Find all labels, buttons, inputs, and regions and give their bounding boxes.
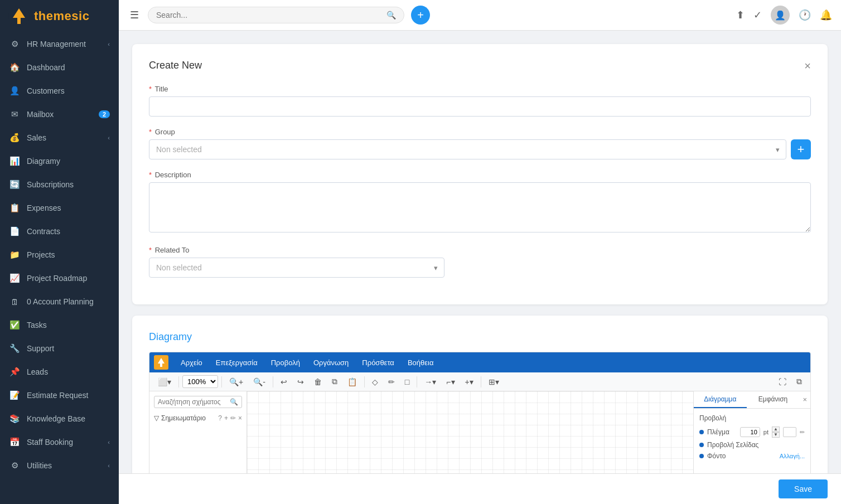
tab-appearance[interactable]: Εμφάνιση [747, 391, 800, 408]
grid-value-input[interactable] [740, 427, 760, 437]
copy-btn[interactable]: ⧉ [328, 375, 341, 389]
table-btn[interactable]: ⊞▾ [485, 375, 503, 389]
save-button[interactable]: Save [779, 479, 828, 498]
zoom-select[interactable]: 100% 50% 75% 125% 150% [182, 375, 218, 388]
menu-extras[interactable]: Πρόσθετα [356, 356, 400, 369]
sidebar-item-subscriptions[interactable]: 🔄Subscriptions [0, 173, 119, 196]
user-avatar[interactable]: 👤 [771, 6, 790, 25]
paste-btn[interactable]: 📋 [344, 375, 361, 389]
notes-close-icon[interactable]: × [238, 414, 242, 422]
search-input[interactable] [156, 11, 382, 20]
sidebar-item-diagramy[interactable]: 📊Diagramy [0, 149, 119, 173]
undo-btn[interactable]: ↩ [277, 375, 291, 389]
sidebar-icon-project-roadmap: 📈 [9, 273, 20, 284]
sidebar-item-account-planning[interactable]: 🗓0 Account Planning [0, 290, 119, 313]
toolbar-select-btn[interactable]: ⬜▾ [154, 375, 175, 389]
sidebar-item-knowledge-base[interactable]: 📚Knowledge Base [0, 407, 119, 430]
tab-diagram[interactable]: Διάγραμμα [694, 391, 747, 408]
insert-btn[interactable]: +▾ [461, 375, 477, 389]
menu-view[interactable]: Προβολή [265, 356, 306, 369]
diagram-canvas[interactable] [247, 391, 693, 473]
arrow-btn[interactable]: →▾ [420, 375, 440, 389]
delete-btn[interactable]: 🗑 [310, 375, 326, 389]
sidebar-icon-support: 🔧 [9, 343, 20, 354]
grid-edit-icon[interactable]: ✏ [800, 429, 805, 436]
sidebar-item-leads[interactable]: 📌Leads [0, 360, 119, 384]
app-name: themesic [34, 9, 89, 23]
notes-add-icon[interactable]: + [224, 414, 228, 422]
clock-icon[interactable]: 🕐 [799, 9, 811, 21]
diagramy-title: Diagramy [149, 331, 811, 343]
description-field-group: * Description [149, 171, 811, 235]
grid-increment-btn[interactable]: ▲ [772, 427, 780, 432]
right-panel-close[interactable]: × [799, 391, 810, 408]
related-to-select[interactable]: Non selected [149, 258, 444, 278]
sidebar-item-expenses[interactable]: 📋Expenses [0, 196, 119, 220]
toolbar-sep-4 [364, 376, 365, 387]
zoom-out-btn[interactable]: 🔍- [249, 375, 269, 389]
sidebar-icon-estimate-request: 📝 [9, 390, 20, 401]
grid-decrement-btn[interactable]: ▼ [772, 432, 780, 438]
grid-dot [699, 430, 704, 434]
close-button[interactable]: × [804, 60, 811, 71]
sidebar-item-dashboard[interactable]: 🏠Dashboard [0, 56, 119, 79]
create-new-card: Create New × * Title * Group [132, 44, 828, 304]
fill-btn[interactable]: ◇ [368, 375, 382, 389]
share-icon[interactable]: ⬆ [736, 9, 745, 21]
card-header: Create New × [149, 60, 811, 71]
grid-color-swatch[interactable] [783, 427, 796, 437]
bg-change-btn[interactable]: Αλλαγή... [780, 453, 805, 459]
sidebar-item-tasks[interactable]: ✅Tasks [0, 313, 119, 337]
menu-file[interactable]: Αρχείο [175, 356, 208, 369]
group-add-button[interactable]: + [791, 139, 811, 159]
zoom-in-btn[interactable]: 🔍+ [225, 375, 247, 389]
diagram-menubar: Αρχείο Επεξεργασία Προβολή Οργάνωση Πρόσ… [149, 352, 810, 372]
notes-edit-icon[interactable]: ✏ [230, 414, 236, 422]
notes-help-icon[interactable]: ? [218, 414, 222, 422]
diagram-container: Αρχείο Επεξεργασία Προβολή Οργάνωση Πρόσ… [149, 352, 811, 473]
sidebar-label-project-roadmap: Project Roadmap [27, 274, 110, 283]
group-select-wrapper: Non selected ▾ [149, 139, 786, 159]
shape-search-input[interactable] [158, 398, 228, 406]
panel-notes-section[interactable]: ▽ Σημειωματάριο ? + ✏ × [154, 413, 242, 424]
sidebar-icon-subscriptions: 🔄 [9, 179, 20, 190]
sidebar-item-hr-management[interactable]: ⚙HR Management‹ [0, 32, 119, 56]
menu-edit[interactable]: Επεξεργασία [210, 356, 263, 369]
redo-btn[interactable]: ↪ [293, 375, 308, 389]
split-view-btn[interactable]: ⧉ [792, 375, 806, 389]
topbar-actions: ⬆ ✓ 👤 🕐 🔔 [736, 6, 832, 25]
sidebar-item-estimate-request[interactable]: 📝Estimate Request [0, 384, 119, 407]
sidebar-item-project-roadmap[interactable]: 📈Project Roadmap [0, 266, 119, 290]
sidebar-item-staff-booking[interactable]: 📅Staff Booking‹ [0, 430, 119, 454]
title-input[interactable] [149, 96, 811, 117]
group-select[interactable]: Non selected [149, 139, 786, 159]
sidebar-item-projects[interactable]: 📁Projects [0, 243, 119, 266]
sidebar-icon-expenses: 📋 [9, 202, 20, 214]
group-field-group: * Group Non selected ▾ + [149, 128, 811, 159]
sidebar-label-staff-booking: Staff Booking [27, 438, 108, 447]
menu-help[interactable]: Βοήθεια [402, 356, 439, 369]
sidebar-icon-leads: 📌 [9, 366, 20, 377]
fullscreen-btn[interactable]: ⛶ [775, 375, 790, 389]
bg-dot [699, 454, 704, 458]
main-area: ☰ 🔍 + ⬆ ✓ 👤 🕐 🔔 Create New × * Tit [119, 0, 841, 504]
menu-toggle-icon[interactable]: ☰ [128, 7, 141, 23]
shape-btn[interactable]: □ [401, 375, 413, 389]
sidebar-item-mailbox[interactable]: ✉Mailbox2 [0, 103, 119, 126]
sidebar-item-customers[interactable]: 👤Customers [0, 79, 119, 103]
title-field-group: * Title [149, 85, 811, 117]
sidebar-item-sales[interactable]: 💰Sales‹ [0, 126, 119, 149]
stroke-btn[interactable]: ✏ [384, 375, 399, 389]
menu-organize[interactable]: Οργάνωση [308, 356, 354, 369]
global-add-button[interactable]: + [411, 6, 430, 25]
sidebar-item-support[interactable]: 🔧Support [0, 337, 119, 360]
waypoint-btn[interactable]: ⌐▾ [442, 375, 458, 389]
sidebar-nav: ⚙HR Management‹🏠Dashboard👤Customers✉Mail… [0, 32, 119, 477]
check-icon[interactable]: ✓ [753, 9, 762, 21]
notes-chevron-icon: ▽ [154, 414, 159, 422]
sidebar-item-utilities[interactable]: ⚙Utilities‹ [0, 454, 119, 477]
sidebar-icon-tasks: ✅ [9, 319, 20, 331]
description-textarea[interactable] [149, 182, 811, 232]
sidebar-item-contracts[interactable]: 📄Contracts [0, 220, 119, 243]
bell-icon[interactable]: 🔔 [820, 9, 832, 21]
